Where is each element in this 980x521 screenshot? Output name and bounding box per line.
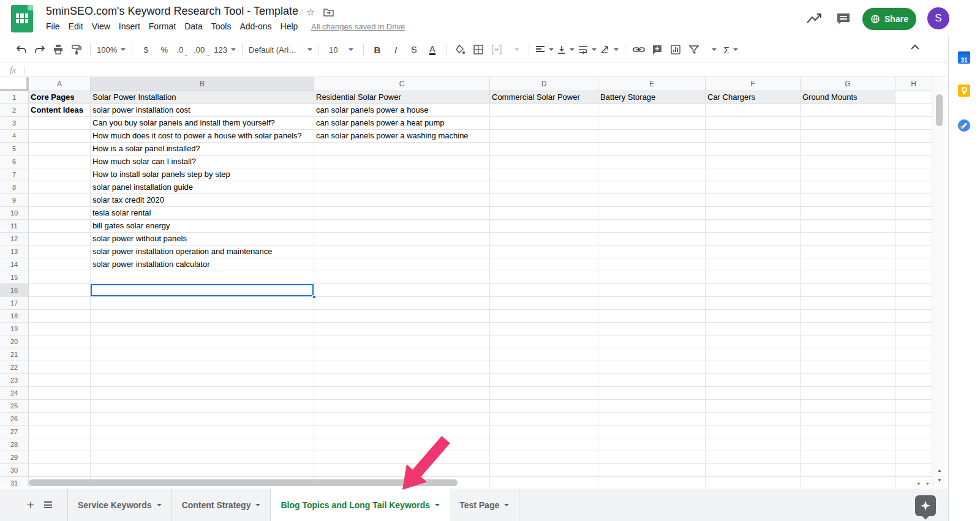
cell-F7[interactable] (706, 168, 801, 181)
row-header-6[interactable]: 6 (0, 156, 29, 168)
cell-D1[interactable]: Commercial Solar Power (490, 91, 598, 104)
cell-G18[interactable] (801, 310, 895, 323)
cell-H25[interactable] (895, 400, 932, 413)
cell-D10[interactable] (490, 207, 598, 220)
cell-A10[interactable] (29, 207, 91, 220)
cell-G30[interactable] (801, 464, 895, 477)
cell-E13[interactable] (598, 246, 706, 258)
zoom-select[interactable]: 100% (97, 42, 126, 58)
cell-D5[interactable] (490, 143, 598, 156)
functions-menu[interactable]: Σ (723, 42, 738, 58)
cell-D27[interactable] (490, 425, 598, 438)
cell-G23[interactable] (801, 374, 895, 387)
cell-D2[interactable] (490, 104, 598, 117)
cell-F11[interactable] (706, 220, 801, 233)
cell-H8[interactable] (895, 181, 932, 194)
cell-H1[interactable] (895, 91, 932, 104)
filter-button[interactable] (687, 42, 701, 58)
bold-button[interactable]: B (370, 42, 385, 58)
cell-E9[interactable] (598, 194, 706, 207)
cell-F4[interactable] (706, 130, 801, 143)
tasks-icon[interactable] (958, 119, 970, 132)
cell-G7[interactable] (801, 168, 895, 181)
font-size-select[interactable]: 10 (325, 42, 357, 58)
cell-B23[interactable] (91, 374, 314, 387)
cell-C10[interactable] (314, 207, 490, 220)
cell-B20[interactable] (91, 335, 314, 348)
cell-B24[interactable] (91, 387, 314, 400)
fill-handle[interactable] (312, 295, 316, 299)
cell-D26[interactable] (490, 413, 598, 425)
cell-D15[interactable] (490, 271, 598, 284)
cell-E23[interactable] (598, 374, 706, 387)
cell-C12[interactable] (314, 233, 490, 246)
column-header-D[interactable]: D (490, 77, 598, 91)
row-header-12[interactable]: 12 (0, 233, 29, 246)
undo-button[interactable] (14, 42, 29, 58)
cell-B11[interactable]: bill gates solar energy (91, 220, 314, 233)
cell-G25[interactable] (801, 400, 895, 413)
cell-H13[interactable] (895, 246, 932, 258)
cell-B5[interactable]: How is a solar panel installed? (91, 143, 314, 156)
cell-B21[interactable] (91, 348, 314, 361)
cell-B9[interactable]: solar tax credit 2020 (91, 194, 314, 207)
cell-B27[interactable] (91, 425, 314, 438)
row-header-18[interactable]: 18 (0, 310, 29, 323)
sheet-tab-blog-topics-and-long-tail-keywords[interactable]: Blog Topics and Long Tail Keywords (271, 489, 450, 521)
cell-H9[interactable] (895, 194, 932, 207)
insert-link-button[interactable] (631, 42, 646, 58)
cell-C22[interactable] (314, 361, 490, 374)
cell-H21[interactable] (895, 348, 932, 361)
row-header-30[interactable]: 30 (0, 464, 29, 477)
row-header-4[interactable]: 4 (0, 130, 29, 143)
all-sheets-button[interactable] (39, 501, 56, 508)
cell-H27[interactable] (895, 425, 932, 438)
menu-format[interactable]: Format (145, 20, 180, 32)
row-header-27[interactable]: 27 (0, 425, 29, 438)
cell-C3[interactable]: can solar panels power a heat pump (314, 117, 490, 130)
cell-E18[interactable] (598, 310, 706, 323)
row-header-9[interactable]: 9 (0, 194, 29, 207)
cell-G21[interactable] (801, 348, 895, 361)
increase-decimal-button[interactable]: .00→ (194, 42, 210, 58)
cell-G22[interactable] (801, 361, 895, 374)
menu-edit[interactable]: Edit (64, 20, 88, 32)
cell-A16[interactable] (29, 284, 91, 297)
scroll-up-button[interactable]: ▲ (934, 466, 945, 476)
move-to-folder-icon[interactable] (323, 7, 334, 17)
cell-E1[interactable]: Battery Storage (598, 91, 706, 104)
cell-E26[interactable] (598, 413, 706, 425)
share-button[interactable]: Share (862, 8, 916, 30)
cell-B22[interactable] (91, 361, 314, 374)
cell-C2[interactable]: can solar panels power a house (314, 104, 490, 117)
cell-B30[interactable] (91, 464, 314, 477)
cell-F30[interactable] (706, 464, 801, 477)
row-header-13[interactable]: 13 (0, 246, 29, 258)
cell-F10[interactable] (706, 207, 801, 220)
account-avatar[interactable]: S (927, 7, 949, 29)
cell-D21[interactable] (490, 348, 598, 361)
column-header-C[interactable]: C (314, 77, 490, 91)
cell-C25[interactable] (314, 400, 490, 413)
cell-A1[interactable]: Core Pages (29, 91, 91, 104)
merge-cells-button[interactable] (489, 42, 504, 58)
cell-A29[interactable] (29, 451, 91, 464)
cell-A8[interactable] (29, 181, 91, 194)
cell-B17[interactable] (91, 297, 314, 310)
cell-A27[interactable] (29, 425, 91, 438)
row-header-26[interactable]: 26 (0, 413, 29, 425)
cell-G19[interactable] (801, 323, 895, 335)
row-header-24[interactable]: 24 (0, 387, 29, 400)
cell-G10[interactable] (801, 207, 895, 220)
cell-H5[interactable] (895, 143, 932, 156)
cell-D25[interactable] (490, 400, 598, 413)
scroll-left-button[interactable]: ◄ (914, 480, 922, 487)
cell-C30[interactable] (314, 464, 490, 477)
column-header-B[interactable]: B (91, 77, 314, 91)
row-header-25[interactable]: 25 (0, 400, 29, 413)
cell-A11[interactable] (29, 220, 91, 233)
cell-D20[interactable] (490, 335, 598, 348)
cell-E24[interactable] (598, 387, 706, 400)
cell-E15[interactable] (598, 271, 706, 284)
cell-H6[interactable] (895, 156, 932, 168)
